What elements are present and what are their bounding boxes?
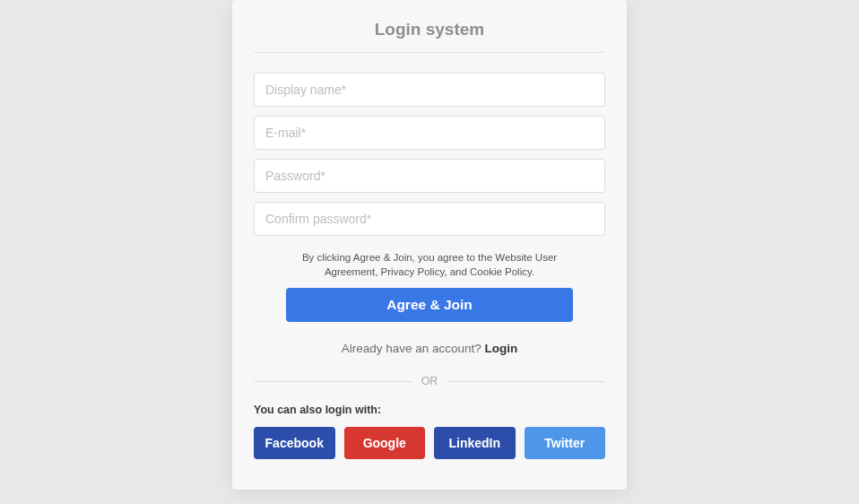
- or-text: OR: [421, 375, 438, 387]
- facebook-button[interactable]: Facebook: [254, 427, 335, 459]
- terms-text: By clicking Agree & Join, you agree to t…: [286, 250, 573, 279]
- social-buttons-row: Facebook Google LinkedIn Twitter: [254, 427, 605, 459]
- login-card: Login system By clicking Agree & Join, y…: [232, 0, 627, 490]
- alt-login-label: You can also login with:: [254, 404, 605, 416]
- email-input[interactable]: [254, 116, 605, 150]
- display-name-input[interactable]: [254, 73, 605, 107]
- card-title: Login system: [254, 20, 605, 52]
- already-account-row: Already have an account? Login: [254, 342, 605, 355]
- title-divider: [254, 52, 605, 53]
- divider-line-left: [254, 381, 412, 382]
- agree-join-button[interactable]: Agree & Join: [286, 288, 573, 322]
- login-link[interactable]: Login: [485, 342, 518, 355]
- or-divider: OR: [254, 375, 605, 387]
- twitter-button[interactable]: Twitter: [525, 427, 606, 459]
- password-input[interactable]: [254, 159, 605, 193]
- google-button[interactable]: Google: [344, 427, 426, 459]
- linkedin-button[interactable]: LinkedIn: [434, 427, 516, 459]
- already-account-text: Already have an account?: [342, 342, 485, 355]
- confirm-password-input[interactable]: [254, 202, 605, 236]
- divider-line-right: [447, 381, 605, 382]
